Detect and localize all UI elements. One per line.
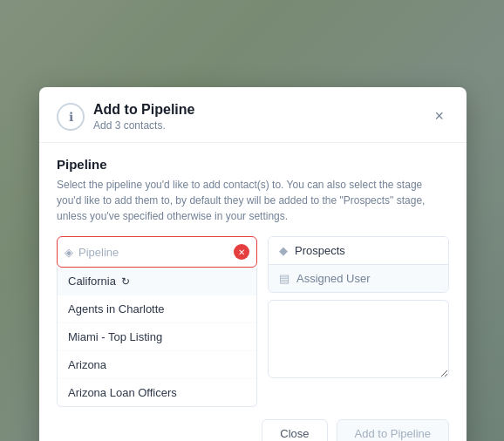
modal-header-left: ℹ Add to Pipeline Add 3 contacts. bbox=[57, 101, 194, 132]
notes-textarea[interactable] bbox=[268, 300, 449, 378]
assigned-user-icon: ▤ bbox=[279, 272, 289, 285]
pipeline-search-wrap[interactable]: ◈ ✕ bbox=[57, 236, 257, 268]
section-title: Pipeline bbox=[57, 157, 449, 172]
pipeline-search-input[interactable] bbox=[78, 246, 234, 259]
modal-footer: Close Add to Pipeline bbox=[57, 407, 449, 441]
section-description: Select the pipeline you'd like to add co… bbox=[57, 177, 449, 224]
item-label: Agents in Charlotte bbox=[68, 302, 165, 315]
close-button[interactable]: Close bbox=[262, 419, 327, 441]
item-label: Arizona Loan Officers bbox=[68, 386, 177, 399]
pipeline-dropdown-list: California ↻ Agents in Charlotte Miami -… bbox=[57, 268, 257, 407]
right-column: ◆ Prospects ▤ Assigned User bbox=[268, 236, 449, 407]
clear-input-button[interactable]: ✕ bbox=[234, 244, 249, 260]
prospects-icon: ◆ bbox=[279, 244, 288, 257]
modal-subtitle: Add 3 contacts. bbox=[93, 119, 194, 132]
item-label: Miami - Top Listing bbox=[68, 330, 162, 343]
prospects-label: Prospects bbox=[295, 244, 345, 257]
list-item[interactable]: Agents in Charlotte bbox=[58, 295, 256, 323]
modal-header: ℹ Add to Pipeline Add 3 contacts. × bbox=[39, 87, 467, 143]
modal-title: Add to Pipeline bbox=[93, 101, 194, 118]
search-icon: ◈ bbox=[65, 246, 73, 259]
assigned-user-row[interactable]: ▤ Assigned User bbox=[269, 265, 448, 292]
prospects-row: ◆ Prospects bbox=[269, 237, 448, 265]
item-label: Arizona bbox=[68, 358, 106, 371]
content-columns: ◈ ✕ California ↻ Agents in Charlotte Mia… bbox=[57, 236, 449, 407]
stage-card: ◆ Prospects ▤ Assigned User bbox=[268, 236, 449, 293]
spinner-icon: ↻ bbox=[121, 275, 130, 288]
modal-body: Pipeline Select the pipeline you'd like … bbox=[39, 143, 467, 441]
add-to-pipeline-modal: ℹ Add to Pipeline Add 3 contacts. × Pipe… bbox=[39, 87, 467, 441]
modal-close-button[interactable]: × bbox=[429, 105, 449, 127]
assigned-user-label: Assigned User bbox=[296, 272, 371, 285]
modal-title-block: Add to Pipeline Add 3 contacts. bbox=[93, 101, 194, 132]
add-to-pipeline-button[interactable]: Add to Pipeline bbox=[337, 419, 449, 441]
modal-info-icon: ℹ bbox=[57, 103, 85, 131]
list-item[interactable]: California ↻ bbox=[58, 268, 256, 295]
list-item[interactable]: Arizona bbox=[58, 351, 256, 379]
list-item[interactable]: Miami - Top Listing bbox=[58, 323, 256, 351]
list-item[interactable]: Arizona Loan Officers bbox=[58, 379, 256, 407]
item-label: California bbox=[68, 275, 116, 288]
left-column: ◈ ✕ California ↻ Agents in Charlotte Mia… bbox=[57, 236, 257, 407]
